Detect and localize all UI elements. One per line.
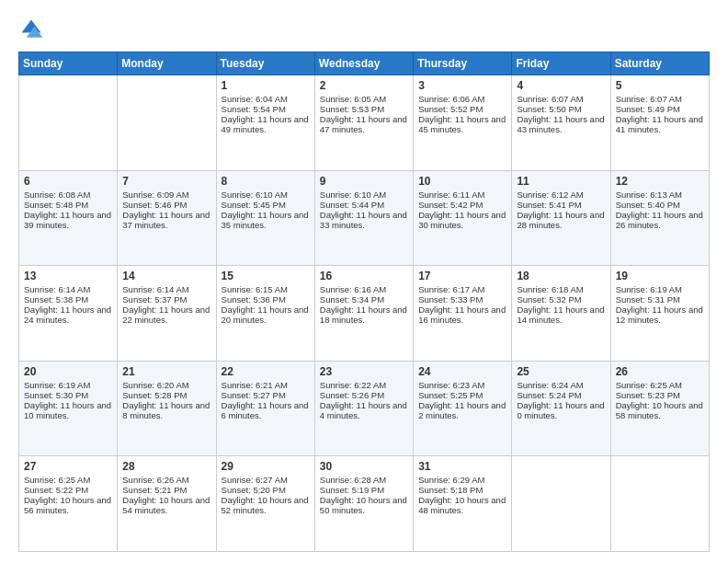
- calendar-cell: 11Sunrise: 6:12 AMSunset: 5:41 PMDayligh…: [512, 170, 610, 266]
- cell-text: Sunset: 5:49 PM: [616, 104, 704, 114]
- cell-text: Daylight: 11 hours and 43 minutes.: [517, 114, 605, 134]
- day-number: 26: [616, 365, 704, 378]
- calendar-cell: 31Sunrise: 6:29 AMSunset: 5:18 PMDayligh…: [414, 456, 512, 552]
- calendar-week-row: 1Sunrise: 6:04 AMSunset: 5:54 PMDaylight…: [19, 75, 710, 171]
- day-number: 6: [24, 175, 112, 188]
- cell-text: Sunrise: 6:09 AM: [122, 190, 210, 200]
- logo-icon: [18, 17, 44, 42]
- day-number: 30: [320, 460, 408, 473]
- cell-text: Daylight: 11 hours and 24 minutes.: [24, 304, 112, 325]
- calendar-cell: 24Sunrise: 6:23 AMSunset: 5:25 PMDayligh…: [414, 361, 512, 456]
- cell-text: Sunset: 5:21 PM: [122, 485, 210, 495]
- calendar-cell: 29Sunrise: 6:27 AMSunset: 5:20 PMDayligh…: [216, 456, 314, 552]
- cell-text: Sunrise: 6:25 AM: [616, 380, 704, 390]
- day-number: 25: [517, 365, 605, 378]
- calendar-cell: 19Sunrise: 6:19 AMSunset: 5:31 PMDayligh…: [610, 266, 709, 362]
- cell-text: Sunset: 5:23 PM: [616, 390, 704, 400]
- day-number: 4: [517, 79, 605, 92]
- calendar-cell: 1Sunrise: 6:04 AMSunset: 5:54 PMDaylight…: [216, 75, 314, 171]
- cell-text: Daylight: 11 hours and 20 minutes.: [222, 304, 310, 325]
- cell-text: Sunrise: 6:24 AM: [517, 380, 605, 390]
- cell-text: Daylight: 10 hours and 58 minutes.: [616, 400, 704, 420]
- cell-text: Sunset: 5:38 PM: [24, 294, 112, 304]
- calendar-week-row: 13Sunrise: 6:14 AMSunset: 5:38 PMDayligh…: [19, 266, 710, 362]
- cell-text: Sunset: 5:42 PM: [418, 200, 506, 210]
- calendar-week-row: 20Sunrise: 6:19 AMSunset: 5:30 PMDayligh…: [19, 361, 710, 456]
- cell-text: Sunset: 5:20 PM: [222, 485, 310, 495]
- calendar-cell: 2Sunrise: 6:05 AMSunset: 5:53 PMDaylight…: [314, 75, 413, 171]
- cell-text: Daylight: 11 hours and 30 minutes.: [418, 210, 506, 230]
- calendar-cell: 16Sunrise: 6:16 AMSunset: 5:34 PMDayligh…: [314, 266, 413, 362]
- cell-text: Daylight: 11 hours and 39 minutes.: [24, 210, 112, 230]
- cell-text: Sunset: 5:54 PM: [222, 104, 310, 114]
- cell-text: Sunset: 5:25 PM: [418, 390, 506, 400]
- calendar-cell: 9Sunrise: 6:10 AMSunset: 5:44 PMDaylight…: [314, 170, 413, 266]
- day-number: 8: [222, 175, 310, 188]
- day-number: 21: [122, 365, 210, 378]
- cell-text: Sunset: 5:31 PM: [616, 294, 704, 304]
- cell-text: Daylight: 11 hours and 4 minutes.: [320, 400, 408, 420]
- cell-text: Sunset: 5:24 PM: [517, 390, 605, 400]
- calendar-cell: 12Sunrise: 6:13 AMSunset: 5:40 PMDayligh…: [610, 170, 709, 266]
- cell-text: Sunrise: 6:04 AM: [222, 94, 310, 104]
- cell-text: Daylight: 10 hours and 50 minutes.: [320, 495, 408, 515]
- cell-text: Sunset: 5:50 PM: [517, 104, 605, 114]
- day-number: 13: [24, 270, 112, 282]
- weekday-header-wednesday: Wednesday: [314, 52, 413, 75]
- cell-text: Sunset: 5:30 PM: [24, 390, 112, 400]
- cell-text: Daylight: 11 hours and 41 minutes.: [616, 114, 704, 134]
- calendar-cell: 30Sunrise: 6:28 AMSunset: 5:19 PMDayligh…: [314, 456, 413, 552]
- cell-text: Sunrise: 6:25 AM: [24, 475, 112, 485]
- cell-text: Sunrise: 6:19 AM: [616, 284, 704, 294]
- weekday-header-thursday: Thursday: [414, 52, 512, 75]
- cell-text: Sunrise: 6:22 AM: [320, 380, 408, 390]
- cell-text: Daylight: 10 hours and 52 minutes.: [222, 495, 310, 515]
- calendar-cell: [19, 75, 118, 171]
- cell-text: Sunrise: 6:28 AM: [320, 475, 408, 485]
- cell-text: Sunrise: 6:07 AM: [616, 94, 704, 104]
- cell-text: Sunset: 5:18 PM: [418, 485, 506, 495]
- cell-text: Sunrise: 6:18 AM: [517, 284, 605, 294]
- calendar-week-row: 27Sunrise: 6:25 AMSunset: 5:22 PMDayligh…: [19, 456, 710, 552]
- cell-text: Daylight: 11 hours and 18 minutes.: [320, 304, 408, 325]
- day-number: 16: [320, 270, 408, 282]
- cell-text: Daylight: 11 hours and 14 minutes.: [517, 304, 605, 325]
- cell-text: Sunset: 5:34 PM: [320, 294, 408, 304]
- cell-text: Daylight: 11 hours and 22 minutes.: [122, 304, 210, 325]
- cell-text: Daylight: 11 hours and 12 minutes.: [616, 304, 704, 325]
- calendar-cell: 28Sunrise: 6:26 AMSunset: 5:21 PMDayligh…: [118, 456, 216, 552]
- cell-text: Sunset: 5:41 PM: [517, 200, 605, 210]
- cell-text: Daylight: 11 hours and 37 minutes.: [122, 210, 210, 230]
- day-number: 11: [517, 175, 605, 188]
- cell-text: Daylight: 11 hours and 26 minutes.: [616, 210, 704, 230]
- cell-text: Sunrise: 6:16 AM: [320, 284, 408, 294]
- cell-text: Sunset: 5:48 PM: [24, 200, 112, 210]
- cell-text: Sunrise: 6:29 AM: [418, 475, 506, 485]
- calendar-cell: [118, 75, 216, 171]
- day-number: 12: [616, 175, 704, 188]
- cell-text: Daylight: 11 hours and 10 minutes.: [24, 400, 112, 420]
- weekday-header-sunday: Sunday: [19, 52, 118, 75]
- day-number: 23: [320, 365, 408, 378]
- cell-text: Sunset: 5:19 PM: [320, 485, 408, 495]
- cell-text: Sunrise: 6:10 AM: [222, 190, 310, 200]
- cell-text: Daylight: 11 hours and 0 minutes.: [517, 400, 605, 420]
- cell-text: Sunrise: 6:08 AM: [24, 190, 112, 200]
- cell-text: Sunrise: 6:15 AM: [222, 284, 310, 294]
- calendar-cell: 14Sunrise: 6:14 AMSunset: 5:37 PMDayligh…: [118, 266, 216, 362]
- calendar-cell: 18Sunrise: 6:18 AMSunset: 5:32 PMDayligh…: [512, 266, 610, 362]
- cell-text: Sunrise: 6:19 AM: [24, 380, 112, 390]
- cell-text: Sunrise: 6:06 AM: [418, 94, 506, 104]
- day-number: 15: [222, 270, 310, 282]
- calendar-table: SundayMondayTuesdayWednesdayThursdayFrid…: [18, 52, 710, 552]
- calendar-cell: 17Sunrise: 6:17 AMSunset: 5:33 PMDayligh…: [414, 266, 512, 362]
- cell-text: Sunrise: 6:13 AM: [616, 190, 704, 200]
- cell-text: Daylight: 10 hours and 56 minutes.: [24, 495, 112, 515]
- cell-text: Daylight: 11 hours and 35 minutes.: [222, 210, 310, 230]
- cell-text: Sunset: 5:45 PM: [222, 200, 310, 210]
- cell-text: Daylight: 11 hours and 16 minutes.: [418, 304, 506, 325]
- day-number: 3: [418, 79, 506, 92]
- day-number: 19: [616, 270, 704, 282]
- cell-text: Sunset: 5:33 PM: [418, 294, 506, 304]
- weekday-header-saturday: Saturday: [610, 52, 709, 75]
